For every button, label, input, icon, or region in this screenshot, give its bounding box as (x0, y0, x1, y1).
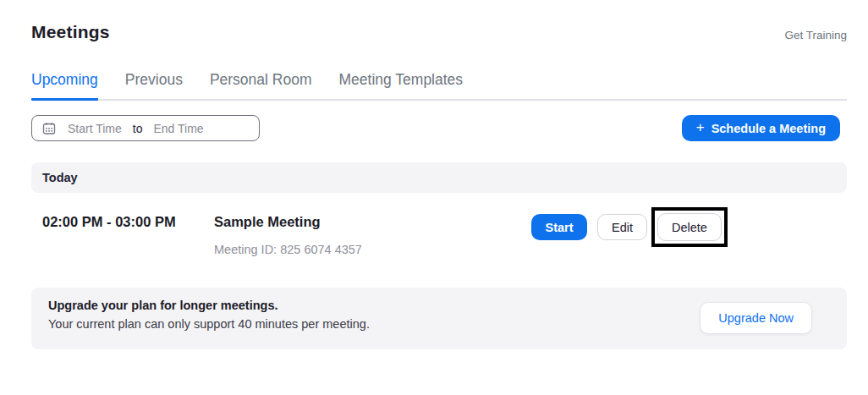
upgrade-now-button[interactable]: Upgrade Now (700, 302, 812, 334)
schedule-meeting-button[interactable]: + Schedule a Meeting (682, 115, 840, 141)
today-section-header: Today (31, 162, 847, 193)
get-training-link[interactable]: Get Training (784, 29, 847, 41)
upgrade-banner-subtitle: Your current plan can only support 40 mi… (48, 317, 370, 331)
meeting-row: 02:00 PM - 03:00 PM Sample Meeting Meeti… (31, 208, 847, 259)
upgrade-banner: Upgrade your plan for longer meetings. Y… (31, 288, 847, 349)
start-button[interactable]: Start (531, 214, 587, 240)
start-time-field[interactable]: Start Time (68, 122, 122, 135)
plus-icon: + (696, 119, 705, 136)
tab-personal-room[interactable]: Personal Room (210, 71, 312, 101)
meeting-actions: Start Edit Delete (531, 207, 728, 247)
meetings-page: Meetings Get Training Upcoming Previous … (0, 0, 868, 395)
tab-previous[interactable]: Previous (125, 71, 183, 101)
upgrade-banner-title: Upgrade your plan for longer meetings. (48, 299, 278, 312)
delete-highlight-box: Delete (651, 207, 728, 247)
date-range-to-label: to (130, 122, 146, 135)
delete-button[interactable]: Delete (657, 213, 722, 241)
tab-meeting-templates[interactable]: Meeting Templates (339, 71, 464, 101)
tab-upcoming[interactable]: Upcoming (31, 71, 98, 101)
edit-button[interactable]: Edit (597, 214, 647, 240)
calendar-icon (42, 122, 56, 135)
end-time-field[interactable]: End Time (153, 122, 203, 135)
tab-bar: Upcoming Previous Personal Room Meeting … (31, 71, 847, 101)
schedule-meeting-label: Schedule a Meeting (711, 122, 826, 135)
meeting-time-range: 02:00 PM - 03:00 PM (42, 214, 176, 230)
date-range-picker[interactable]: Start Time to End Time (31, 115, 260, 141)
meeting-id: Meeting ID: 825 6074 4357 (214, 243, 362, 256)
page-title: Meetings (31, 22, 110, 42)
meeting-title-link[interactable]: Sample Meeting (214, 214, 321, 230)
today-label: Today (42, 171, 78, 184)
